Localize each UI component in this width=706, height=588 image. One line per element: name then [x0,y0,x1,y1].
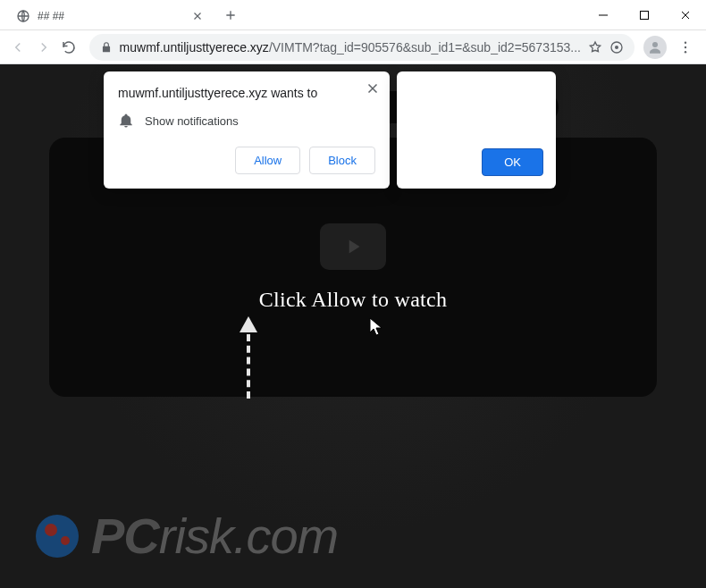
play-button[interactable] [320,223,386,270]
arrow-head-icon [240,316,257,332]
svg-point-4 [652,42,658,47]
arrow-up-indicator [240,316,257,399]
permission-dialog: muwmf.untiljusttyerece.xyz wants to Show… [104,71,390,189]
permission-request-label: Show notifications [145,114,239,128]
minimize-button[interactable] [583,0,624,30]
reload-button[interactable] [58,34,80,61]
bookmark-star-icon[interactable] [588,40,602,55]
tab-title: ## ## [38,10,184,22]
permission-actions: Allow Block [118,147,375,174]
mouse-cursor-icon [369,317,383,337]
maximize-button[interactable] [624,0,665,30]
lock-icon [100,41,113,54]
allow-button[interactable]: Allow [235,147,300,174]
new-tab-button[interactable] [218,3,243,28]
back-button[interactable] [7,34,29,61]
browser-toolbar: muwmf.untiljusttyerece.xyz/VIMTM?tag_id=… [0,30,706,64]
tab-strip: ## ## [0,0,583,29]
permission-close-button[interactable] [365,80,381,97]
window-close-button[interactable] [665,0,706,30]
watermark-rest: risk.com [159,508,338,564]
svg-point-3 [615,46,618,49]
bell-icon [118,113,134,129]
cta-text: Click Allow to watch [259,288,448,312]
url-host: muwmf.untiljusttyerece.xyz [120,40,269,55]
block-button[interactable]: Block [309,147,375,174]
svg-point-6 [685,46,686,47]
window-titlebar: ## ## [0,0,706,30]
svg-rect-1 [641,12,649,20]
browser-tab[interactable]: ## ## [7,3,213,29]
svg-point-7 [685,51,686,53]
toolbar-right [643,34,699,61]
window-controls [583,0,706,29]
url-text: muwmf.untiljusttyerece.xyz/VIMTM?tag_id=… [120,40,581,55]
watermark-prefix: PC [91,508,159,564]
permission-request-row: Show notifications [118,113,375,129]
play-icon [341,235,365,258]
confirm-dialog: OK [397,71,556,189]
page-viewport: Click Allow to watch PCrisk.com muwmf.un… [0,64,706,588]
badge-icon [609,40,624,55]
profile-avatar[interactable] [643,36,667,59]
watermark-logo-icon [36,515,79,558]
url-path: /VIMTM?tag_id=905576&sub_id1=&sub_id2=56… [269,40,581,55]
watermark: PCrisk.com [36,507,338,565]
ok-button[interactable]: OK [482,148,543,176]
tab-close-icon[interactable] [191,10,204,22]
forward-button[interactable] [33,34,55,61]
globe-icon [16,9,30,23]
svg-point-5 [685,41,686,43]
watermark-text: PCrisk.com [91,507,338,565]
browser-menu-button[interactable] [672,34,699,61]
permission-title: muwmf.untiljusttyerece.xyz wants to [118,86,375,100]
arrow-shaft [247,334,250,399]
address-bar[interactable]: muwmf.untiljusttyerece.xyz/VIMTM?tag_id=… [89,34,635,61]
